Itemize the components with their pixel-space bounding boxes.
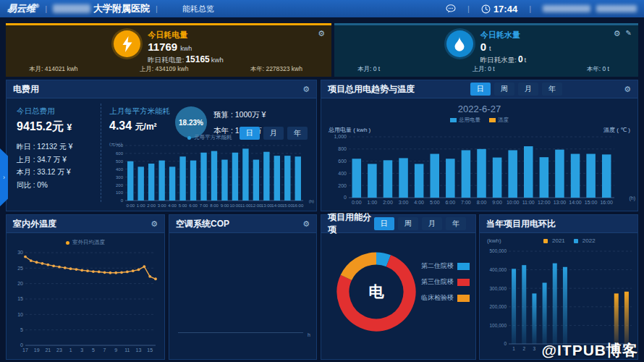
svg-text:100,000: 100,000: [490, 323, 507, 328]
svg-text:0:00: 0:00: [126, 203, 135, 208]
svg-text:17: 17: [22, 348, 28, 353]
divider: |: [156, 4, 158, 13]
svg-text:3: 3: [80, 348, 83, 353]
elec-stat-month: 本月: 414021 kwh: [29, 65, 78, 74]
tab-day[interactable]: 日: [470, 83, 491, 96]
electricity-yesterday: 昨日耗电量:15165kwh: [148, 54, 223, 65]
svg-text:(h): (h): [309, 199, 314, 203]
tab-month[interactable]: 月: [422, 217, 442, 230]
legend-lab-building[interactable]: 临床检验楼: [421, 293, 470, 303]
svg-text:6:00: 6:00: [446, 200, 456, 205]
cost-chart-legend[interactable]: 元每平方米能耗: [108, 134, 312, 141]
svg-text:5:00: 5:00: [179, 203, 187, 208]
legend-building-2[interactable]: 第二住院楼: [421, 261, 470, 271]
legend-dot: [187, 136, 191, 140]
svg-text:14:00: 14:00: [569, 200, 582, 205]
svg-text:3:00: 3:00: [158, 203, 166, 208]
energy-breakdown-panel: 项目用能分项 日 周 月 年 电 第二住院楼 第三住院楼 临床检验楼: [321, 214, 476, 360]
sidebar-expander[interactable]: ›: [0, 148, 8, 206]
svg-text:1: 1: [512, 346, 515, 351]
svg-text:7: 7: [103, 348, 106, 353]
svg-text:15: 15: [147, 348, 153, 353]
svg-text:1,000: 1,000: [334, 134, 347, 139]
svg-text:30: 30: [17, 250, 23, 255]
hvac-cop-panel: 空调系统COP ⚙ h: [169, 214, 317, 360]
yearly-comparison-panel: 当年项目用电环比 (kwh) 2021 2022 0100,000200,000…: [479, 214, 638, 360]
svg-text:15:00: 15:00: [585, 200, 598, 205]
water-drop-icon: [446, 30, 473, 57]
svg-text:7:00: 7:00: [200, 203, 208, 208]
cost-sqm-value: 4.34 元/m²: [109, 119, 170, 133]
tab-year[interactable]: 年: [446, 217, 466, 230]
panel-title: 电费用: [13, 83, 39, 96]
svg-text:4:00: 4:00: [168, 203, 177, 208]
electricity-title: 今日耗电量: [148, 30, 223, 41]
svg-text:21: 21: [45, 348, 51, 353]
svg-text:600: 600: [338, 159, 347, 164]
message-icon[interactable]: [446, 4, 456, 13]
app-logo: 易云维®: [7, 2, 39, 15]
gear-icon[interactable]: ⚙: [302, 85, 310, 93]
tab-year[interactable]: 年: [542, 83, 562, 96]
divider: |: [45, 4, 47, 13]
svg-text:15: 15: [17, 296, 23, 301]
gear-icon[interactable]: ⚙: [151, 220, 158, 228]
nav-energy-overview[interactable]: 能耗总览: [182, 4, 214, 14]
watermark: @ITPUB博客: [542, 340, 638, 361]
divider: |: [529, 4, 531, 13]
svg-text:3:00: 3:00: [399, 200, 409, 205]
svg-text:1: 1: [69, 348, 72, 353]
svg-text:4:00: 4:00: [414, 200, 424, 205]
temperature-legend[interactable]: 室外日均温度: [7, 239, 164, 246]
svg-text:13: 13: [136, 348, 142, 353]
legend-2021[interactable]: 2021: [543, 237, 565, 244]
svg-text:6:00: 6:00: [189, 203, 198, 208]
svg-text:19: 19: [34, 348, 40, 353]
gear-icon[interactable]: ⚙: [302, 220, 310, 228]
redacted-username[interactable]: [596, 5, 637, 12]
legend-temperature[interactable]: 温度: [489, 117, 509, 124]
budget-line: 预算 : 1000万 ¥: [213, 106, 268, 122]
svg-text:7:00: 7:00: [461, 200, 471, 205]
electricity-value: 11769kwh: [148, 41, 223, 54]
gear-icon[interactable]: ⚙: [624, 85, 631, 93]
svg-text:300: 300: [116, 175, 124, 180]
svg-text:20: 20: [17, 281, 23, 286]
svg-text:10:00: 10:00: [507, 200, 520, 205]
top-navigation-bar: 易云维® | 大学附属医院 | 能耗总览 | 17:44 |: [0, 0, 644, 17]
gear-icon[interactable]: ⚙: [614, 30, 621, 38]
svg-text:0: 0: [121, 198, 124, 203]
water-yesterday: 昨日耗水量:0t: [480, 54, 526, 65]
trend-bar-chart: 02004006008001,0000:001:002:003:004:005:…: [324, 132, 636, 209]
lightning-icon: [114, 30, 140, 57]
svg-text:9: 9: [114, 348, 117, 353]
cost-sqm-label: 上月每平方米能耗: [109, 106, 170, 117]
x-axis-unit: h: [308, 332, 310, 337]
edit-icon[interactable]: ✎: [626, 30, 632, 38]
svg-text:1:00: 1:00: [137, 203, 145, 208]
svg-text:200,000: 200,000: [490, 304, 507, 309]
tab-week[interactable]: 周: [494, 83, 514, 96]
chart-date: 2022-6-27: [321, 104, 637, 114]
panel-title: 空调系统COP: [176, 218, 229, 230]
svg-text:500,000: 500,000: [490, 248, 507, 253]
gear-icon[interactable]: ⚙: [318, 30, 325, 38]
legend-electricity[interactable]: 总用电量: [450, 117, 480, 124]
svg-text:2:00: 2:00: [383, 200, 393, 205]
legend-2022[interactable]: 2022: [574, 237, 596, 244]
legend-building-3[interactable]: 第三住院楼: [421, 277, 470, 287]
yearly-bar-chart: 0100,000200,000300,000400,000500,0001234…: [481, 247, 637, 355]
svg-text:5: 5: [92, 348, 95, 353]
cost-hourly-bar-chart: 01002003004005006007000:001:002:003:004:…: [106, 143, 315, 209]
water-stat-year: 本年: 0 t: [587, 65, 609, 74]
hospital-name: 大学附属医院: [53, 2, 150, 15]
cost-today-value: 9415.2元 ¥: [17, 119, 72, 135]
cost-row-month: 本月 : 33.12 万 ¥: [17, 166, 72, 179]
tab-month[interactable]: 月: [518, 83, 538, 96]
total-electricity-trend-panel: 项目总用电趋势与温度 日 周 月 年 ⚙ 2022-6-27 总用电量 温度 总…: [321, 80, 638, 211]
svg-text:2: 2: [522, 346, 525, 351]
tab-day[interactable]: 日: [374, 217, 394, 230]
legend-dot: [66, 241, 69, 245]
electricity-kpi-card: 今日耗电量 11769kwh 昨日耗电量:15165kwh 本月: 414021…: [6, 23, 331, 77]
tab-week[interactable]: 周: [398, 217, 418, 230]
